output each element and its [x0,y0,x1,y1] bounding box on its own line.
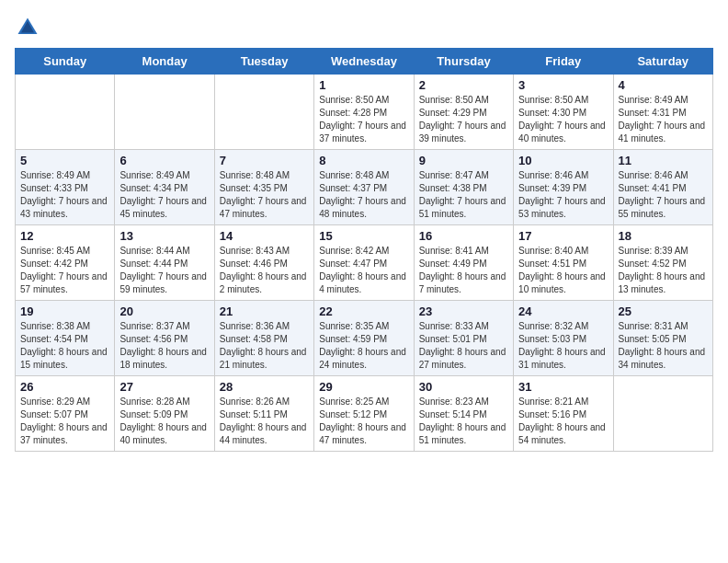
calendar-cell: 15Sunrise: 8:42 AMSunset: 4:47 PMDayligh… [314,225,414,301]
calendar-cell: 10Sunrise: 8:46 AMSunset: 4:39 PMDayligh… [514,150,613,225]
cell-date: 21 [220,304,309,318]
cell-date: 20 [119,304,209,318]
calendar-cell: 2Sunrise: 8:50 AMSunset: 4:29 PMDaylight… [414,75,513,150]
day-header-saturday: Saturday [613,49,712,75]
logo [15,15,44,40]
cell-date: 10 [518,154,608,167]
cell-date: 17 [518,229,608,243]
cell-info: Sunrise: 8:49 AMSunset: 4:33 PMDaylight:… [20,169,109,221]
cell-info: Sunrise: 8:32 AMSunset: 5:03 PMDaylight:… [518,320,608,372]
cell-date: 8 [319,154,408,167]
cell-info: Sunrise: 8:47 AMSunset: 4:38 PMDaylight:… [419,169,508,221]
cell-date: 14 [220,229,309,243]
cell-date: 3 [518,78,608,92]
cell-info: Sunrise: 8:35 AMSunset: 4:59 PMDaylight:… [319,320,408,372]
calendar-cell: 28Sunrise: 8:26 AMSunset: 5:11 PMDayligh… [214,376,313,452]
day-header-monday: Monday [115,49,214,75]
cell-date: 27 [119,380,209,394]
day-header-thursday: Thursday [414,49,513,75]
cell-date: 22 [319,304,408,318]
cell-date: 11 [619,154,708,167]
cell-info: Sunrise: 8:40 AMSunset: 4:51 PMDaylight:… [518,245,608,296]
cell-info: Sunrise: 8:50 AMSunset: 4:29 PMDaylight:… [419,94,508,145]
day-header-sunday: Sunday [16,49,115,75]
cell-info: Sunrise: 8:50 AMSunset: 4:30 PMDaylight:… [518,94,608,145]
cell-date: 1 [319,78,408,92]
calendar-cell: 24Sunrise: 8:32 AMSunset: 5:03 PMDayligh… [514,301,613,376]
calendar-cell: 27Sunrise: 8:28 AMSunset: 5:09 PMDayligh… [115,376,214,452]
calendar-cell: 20Sunrise: 8:37 AMSunset: 4:56 PMDayligh… [115,301,214,376]
calendar-cell: 3Sunrise: 8:50 AMSunset: 4:30 PMDaylight… [514,75,613,150]
cell-date: 25 [619,304,708,318]
cell-info: Sunrise: 8:44 AMSunset: 4:44 PMDaylight:… [119,245,209,296]
cell-date: 31 [518,380,608,394]
cell-info: Sunrise: 8:36 AMSunset: 4:58 PMDaylight:… [220,320,309,372]
cell-info: Sunrise: 8:37 AMSunset: 4:56 PMDaylight:… [119,320,209,372]
cell-info: Sunrise: 8:49 AMSunset: 4:34 PMDaylight:… [119,169,209,221]
calendar-week-row: 19Sunrise: 8:38 AMSunset: 4:54 PMDayligh… [16,301,713,376]
cell-info: Sunrise: 8:28 AMSunset: 5:09 PMDaylight:… [119,396,209,447]
cell-date: 19 [20,304,109,318]
cell-info: Sunrise: 8:41 AMSunset: 4:49 PMDaylight:… [419,245,508,296]
calendar-week-row: 5Sunrise: 8:49 AMSunset: 4:33 PMDaylight… [16,150,713,225]
cell-info: Sunrise: 8:43 AMSunset: 4:46 PMDaylight:… [220,245,309,296]
calendar-cell: 6Sunrise: 8:49 AMSunset: 4:34 PMDaylight… [115,150,214,225]
day-header-tuesday: Tuesday [214,49,313,75]
calendar-cell: 23Sunrise: 8:33 AMSunset: 5:01 PMDayligh… [414,301,513,376]
calendar-cell: 21Sunrise: 8:36 AMSunset: 4:58 PMDayligh… [214,301,313,376]
calendar-week-row: 26Sunrise: 8:29 AMSunset: 5:07 PMDayligh… [16,376,713,452]
calendar-cell: 26Sunrise: 8:29 AMSunset: 5:07 PMDayligh… [16,376,115,452]
calendar-cell: 14Sunrise: 8:43 AMSunset: 4:46 PMDayligh… [214,225,313,301]
calendar-cell [115,75,214,150]
calendar-cell: 31Sunrise: 8:21 AMSunset: 5:16 PMDayligh… [514,376,613,452]
calendar-cell: 12Sunrise: 8:45 AMSunset: 4:42 PMDayligh… [16,225,115,301]
calendar-cell: 30Sunrise: 8:23 AMSunset: 5:14 PMDayligh… [414,376,513,452]
cell-info: Sunrise: 8:46 AMSunset: 4:39 PMDaylight:… [518,169,608,221]
cell-date: 29 [319,380,408,394]
calendar-week-row: 12Sunrise: 8:45 AMSunset: 4:42 PMDayligh… [16,225,713,301]
cell-date: 9 [419,154,508,167]
cell-info: Sunrise: 8:26 AMSunset: 5:11 PMDaylight:… [220,396,309,447]
cell-date: 15 [319,229,408,243]
logo-icon [15,15,40,40]
calendar-cell: 25Sunrise: 8:31 AMSunset: 5:05 PMDayligh… [613,301,712,376]
page-header [15,15,713,40]
calendar-cell: 19Sunrise: 8:38 AMSunset: 4:54 PMDayligh… [16,301,115,376]
cell-info: Sunrise: 8:46 AMSunset: 4:41 PMDaylight:… [619,169,708,221]
calendar-cell: 8Sunrise: 8:48 AMSunset: 4:37 PMDaylight… [314,150,414,225]
calendar-cell: 4Sunrise: 8:49 AMSunset: 4:31 PMDaylight… [613,75,712,150]
cell-date: 4 [619,78,708,92]
cell-date: 30 [419,380,508,394]
cell-date: 28 [220,380,309,394]
calendar-cell: 16Sunrise: 8:41 AMSunset: 4:49 PMDayligh… [414,225,513,301]
day-header-friday: Friday [514,49,613,75]
cell-date: 7 [220,154,309,167]
calendar-table: SundayMondayTuesdayWednesdayThursdayFrid… [15,48,713,452]
cell-info: Sunrise: 8:29 AMSunset: 5:07 PMDaylight:… [20,396,109,447]
cell-info: Sunrise: 8:31 AMSunset: 5:05 PMDaylight:… [619,320,708,372]
calendar-week-row: 1Sunrise: 8:50 AMSunset: 4:28 PMDaylight… [16,75,713,150]
cell-info: Sunrise: 8:38 AMSunset: 4:54 PMDaylight:… [20,320,109,372]
calendar-cell: 5Sunrise: 8:49 AMSunset: 4:33 PMDaylight… [16,150,115,225]
cell-date: 13 [119,229,209,243]
cell-info: Sunrise: 8:48 AMSunset: 4:35 PMDaylight:… [220,169,309,221]
calendar-cell: 7Sunrise: 8:48 AMSunset: 4:35 PMDaylight… [214,150,313,225]
cell-info: Sunrise: 8:33 AMSunset: 5:01 PMDaylight:… [419,320,508,372]
cell-info: Sunrise: 8:42 AMSunset: 4:47 PMDaylight:… [319,245,408,296]
calendar-cell [214,75,313,150]
cell-date: 18 [619,229,708,243]
cell-info: Sunrise: 8:50 AMSunset: 4:28 PMDaylight:… [319,94,408,145]
calendar-cell: 18Sunrise: 8:39 AMSunset: 4:52 PMDayligh… [613,225,712,301]
calendar-cell [613,376,712,452]
calendar-cell: 9Sunrise: 8:47 AMSunset: 4:38 PMDaylight… [414,150,513,225]
calendar-cell: 1Sunrise: 8:50 AMSunset: 4:28 PMDaylight… [314,75,414,150]
cell-info: Sunrise: 8:23 AMSunset: 5:14 PMDaylight:… [419,396,508,447]
cell-date: 12 [20,229,109,243]
calendar-cell: 11Sunrise: 8:46 AMSunset: 4:41 PMDayligh… [613,150,712,225]
calendar-cell: 29Sunrise: 8:25 AMSunset: 5:12 PMDayligh… [314,376,414,452]
calendar-header-row: SundayMondayTuesdayWednesdayThursdayFrid… [16,49,713,75]
calendar-cell: 22Sunrise: 8:35 AMSunset: 4:59 PMDayligh… [314,301,414,376]
cell-info: Sunrise: 8:21 AMSunset: 5:16 PMDaylight:… [518,396,608,447]
cell-date: 6 [119,154,209,167]
calendar-cell [16,75,115,150]
